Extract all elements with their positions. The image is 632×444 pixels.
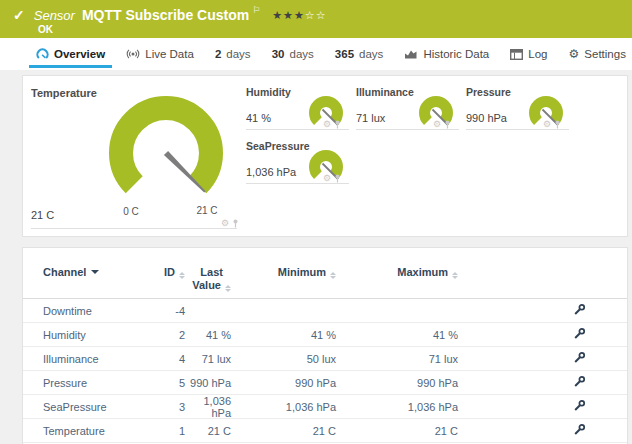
sort-icon xyxy=(225,285,231,292)
page-title: MQTT Subscribe Custom xyxy=(82,7,249,23)
table-row: Temperature 1 21 C 21 C 21 C xyxy=(23,419,627,443)
tab-bar: Overview Live Data 2 days 30 days 365 da… xyxy=(0,38,632,70)
channel-settings-wrench-icon[interactable] xyxy=(573,303,586,318)
column-label: ID xyxy=(164,266,175,278)
temperature-gauge xyxy=(109,93,225,205)
status-check-icon: ✓ xyxy=(13,7,25,23)
channel-minimum: 21 C xyxy=(231,425,336,437)
sensor-status-header: ✓ Sensor MQTT Subscribe Custom ⚐ ★★★☆☆ O… xyxy=(0,0,632,38)
tab-label: Historic Data xyxy=(423,48,489,60)
gauge-cell-humidity: Humidity 41 % ⚙ xyxy=(246,83,349,130)
channel-name: Pressure xyxy=(43,377,153,389)
tab-number: 30 xyxy=(272,48,285,60)
priority-stars[interactable]: ★★★☆☆ xyxy=(272,9,326,22)
channel-maximum: 1,036 hPa xyxy=(336,401,458,413)
channel-id: 3 xyxy=(153,401,185,413)
tab-30-days[interactable]: 30 days xyxy=(272,38,314,70)
tab-log[interactable]: Log xyxy=(510,38,547,70)
pin-icon[interactable] xyxy=(554,120,561,129)
gauge-min-label: 0 C xyxy=(114,206,148,217)
tab-number: 2 xyxy=(215,48,221,60)
column-label: Value xyxy=(192,279,221,291)
gauge-value: 1,036 hPa xyxy=(246,166,296,178)
gauge-gear-icon[interactable]: ⚙ xyxy=(323,174,331,183)
channel-id: 1 xyxy=(153,425,185,437)
gauge-icon xyxy=(36,48,49,61)
gauge-value: 71 lux xyxy=(356,112,385,124)
channel-minimum: 50 lux xyxy=(231,353,336,365)
column-header-channel[interactable]: Channel xyxy=(43,266,153,279)
gauge-cell-illuminance: Illuminance 71 lux ⚙ xyxy=(356,83,459,130)
channel-maximum: 21 C xyxy=(336,425,458,437)
column-header-last-value[interactable]: LastValue xyxy=(185,266,231,292)
gauges-panel: Temperature 0 C 21 C 21 C ⚙ Humidity 41 … xyxy=(22,75,628,237)
channel-id: 4 xyxy=(153,353,185,365)
flag-icon[interactable]: ⚐ xyxy=(252,5,260,15)
prtg-sensor-page: ✓ Sensor MQTT Subscribe Custom ⚐ ★★★☆☆ O… xyxy=(0,0,632,444)
tab-2-days[interactable]: 2 days xyxy=(215,38,251,70)
pin-icon[interactable] xyxy=(444,120,451,129)
gauge-gear-icon[interactable]: ⚙ xyxy=(433,120,441,129)
channel-settings-wrench-icon[interactable] xyxy=(573,399,586,414)
column-header-minimum[interactable]: Minimum xyxy=(231,266,336,279)
channel-settings-wrench-icon[interactable] xyxy=(573,423,586,438)
live-signal-icon xyxy=(126,48,140,60)
channel-id: 5 xyxy=(153,377,185,389)
channel-name: Downtime xyxy=(43,305,153,317)
gauge-cell-seapressure: SeaPressure 1,036 hPa ⚙ xyxy=(246,137,349,184)
tab-label: Settings xyxy=(584,48,626,60)
gauge-cell-temperature: Temperature 0 C 21 C 21 C ⚙ xyxy=(31,83,237,229)
tab-number: 365 xyxy=(335,48,354,60)
channel-name: SeaPressure xyxy=(43,401,153,413)
column-header-id[interactable]: ID xyxy=(153,266,185,279)
gauge-value: 21 C xyxy=(31,209,54,221)
object-kind-label: Sensor xyxy=(34,8,75,23)
gauge-gear-icon[interactable]: ⚙ xyxy=(323,120,331,129)
channel-last-value: 21 C xyxy=(185,425,231,437)
channel-last-value: 71 lux xyxy=(185,353,231,365)
channel-last-value: 41 % xyxy=(185,329,231,341)
channel-settings-wrench-icon[interactable] xyxy=(573,327,586,342)
channel-last-value: 1,036 hPa xyxy=(185,395,231,419)
table-header-row: Channel ID LastValue Minimum Maximum xyxy=(23,248,627,299)
channel-id: 2 xyxy=(153,329,185,341)
tab-live-data[interactable]: Live Data xyxy=(126,38,194,70)
channels-table-panel: Channel ID LastValue Minimum Maximum Dow… xyxy=(22,247,628,444)
gauge-gear-icon[interactable]: ⚙ xyxy=(221,219,229,228)
stars-empty: ☆☆ xyxy=(305,9,327,21)
gauge-cell-pressure: Pressure 990 hPa ⚙ xyxy=(466,83,569,130)
column-header-maximum[interactable]: Maximum xyxy=(336,266,458,279)
tab-label: days xyxy=(359,48,383,60)
tab-label: Overview xyxy=(54,48,105,60)
channel-settings-wrench-icon[interactable] xyxy=(573,375,586,390)
channel-last-value: 990 hPa xyxy=(185,377,231,389)
pin-icon[interactable] xyxy=(334,120,341,129)
table-row: Pressure 5 990 hPa 990 hPa 990 hPa xyxy=(23,371,627,395)
channel-maximum: 41 % xyxy=(336,329,458,341)
column-label: Channel xyxy=(43,266,86,278)
channel-name: Temperature xyxy=(43,425,153,437)
column-label: Maximum xyxy=(397,266,448,278)
table-row: SeaPressure 3 1,036 hPa 1,036 hPa 1,036 … xyxy=(23,395,627,419)
table-row: Humidity 2 41 % 41 % 41 % xyxy=(23,323,627,347)
stars-filled: ★★★ xyxy=(272,9,305,21)
tab-historic-data[interactable]: Historic Data xyxy=(404,38,489,70)
pin-icon[interactable] xyxy=(232,219,239,228)
channel-maximum: 71 lux xyxy=(336,353,458,365)
gauge-gear-icon[interactable]: ⚙ xyxy=(543,120,551,129)
tab-365-days[interactable]: 365 days xyxy=(335,38,383,70)
tab-label: Log xyxy=(528,48,547,60)
channel-minimum: 1,036 hPa xyxy=(231,401,336,413)
channel-maximum: 990 hPa xyxy=(336,377,458,389)
column-label: Last xyxy=(200,266,223,278)
gauge-max-label: 21 C xyxy=(187,205,227,216)
gauge-value: 41 % xyxy=(246,112,271,124)
tab-settings[interactable]: ⚙ Settings xyxy=(569,38,626,70)
table-row: Illuminance 4 71 lux 50 lux 71 lux xyxy=(23,347,627,371)
channel-name: Humidity xyxy=(43,329,153,341)
channel-id: -4 xyxy=(153,305,185,317)
pin-icon[interactable] xyxy=(334,174,341,183)
column-label: Minimum xyxy=(278,266,326,278)
channel-settings-wrench-icon[interactable] xyxy=(573,351,586,366)
tab-overview[interactable]: Overview xyxy=(36,38,105,70)
